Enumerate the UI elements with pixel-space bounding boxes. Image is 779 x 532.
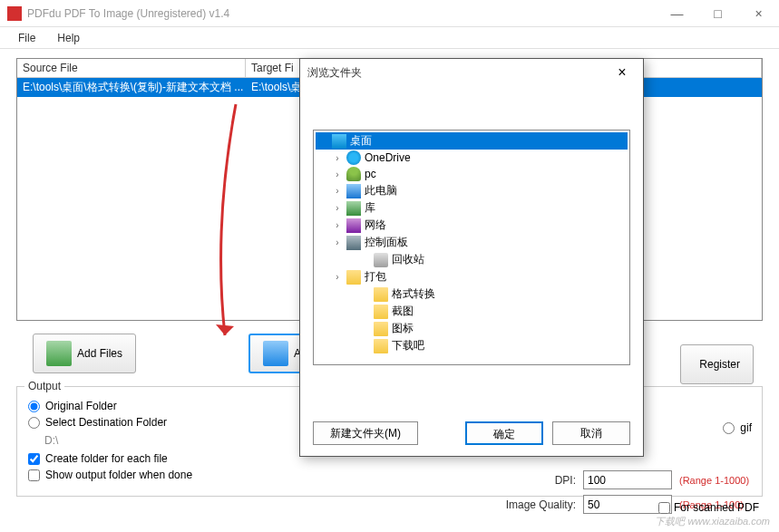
dialog-body: 桌面›OneDrive›pc›此电脑›库›网络›控制面板回收站›打包格式转换截图… (300, 86, 643, 411)
trash-icon (374, 253, 388, 267)
app-icon (7, 6, 22, 21)
tree-item-label: 库 (365, 200, 375, 216)
check-show-input[interactable] (28, 469, 40, 481)
dialog-title: 浏览文件夹 (307, 65, 609, 81)
dialog-titlebar: 浏览文件夹 × (300, 59, 643, 86)
add-files-icon (46, 341, 72, 366)
folder-icon (374, 339, 388, 353)
dialog-close-button[interactable]: × (609, 59, 636, 86)
folder-icon (346, 270, 361, 285)
onedrive-icon (346, 150, 361, 165)
ctrl-icon (346, 236, 361, 250)
tree-item[interactable]: ›网络 (316, 217, 628, 234)
check-scanned[interactable]: For scanned PDF (658, 501, 759, 514)
check-scanned-label: For scanned PDF (674, 501, 759, 514)
browse-dialog: 浏览文件夹 × 桌面›OneDrive›pc›此电脑›库›网络›控制面板回收站›… (299, 58, 644, 457)
window-controls: — □ × (657, 0, 779, 27)
radio-dest-input[interactable] (28, 417, 40, 429)
desktop-icon (332, 134, 346, 149)
check-scanned-input[interactable] (658, 502, 670, 514)
cancel-button[interactable]: 取消 (552, 421, 630, 445)
close-button[interactable]: × (738, 0, 779, 27)
add-files-button[interactable]: Add Files (33, 334, 136, 373)
titlebar: PDFdu PDF To Image (Unregistered) v1.4 —… (0, 0, 779, 27)
radio-gif[interactable]: gif (723, 421, 752, 434)
tree-item[interactable]: 回收站 (316, 251, 628, 268)
folder-icon (374, 322, 388, 336)
dpi-range: (Range 1-1000) (679, 475, 761, 486)
expander-icon[interactable]: › (332, 272, 343, 282)
dpi-label: DPI: (555, 474, 576, 487)
minimize-button[interactable]: — (657, 0, 697, 27)
expander-icon[interactable]: › (332, 186, 343, 196)
radio-original-input[interactable] (28, 401, 40, 412)
folder-tree[interactable]: 桌面›OneDrive›pc›此电脑›库›网络›控制面板回收站›打包格式转换截图… (313, 130, 630, 365)
lib-icon (346, 201, 361, 216)
tree-item-label: 桌面 (350, 133, 372, 149)
folder-icon (374, 305, 388, 319)
tree-item-label: 打包 (365, 269, 386, 285)
add-folder-icon (263, 341, 288, 366)
register-button[interactable]: Register (680, 344, 754, 384)
radio-dest-label: Select Destination Folder (45, 416, 167, 429)
net-icon (346, 218, 361, 233)
dialog-buttons: 新建文件夹(M) 确定 取消 (300, 411, 643, 456)
radio-original-label: Original Folder (45, 400, 117, 412)
tree-item[interactable]: 下载吧 (316, 337, 628, 354)
dpi-input[interactable] (583, 470, 672, 489)
quality-label: Image Quality: (506, 498, 576, 511)
tree-item[interactable]: ›控制面板 (316, 234, 628, 251)
col-source[interactable]: Source File (17, 59, 246, 77)
tree-item[interactable]: 截图 (316, 303, 628, 320)
expander-icon[interactable]: › (332, 220, 343, 230)
tree-item-label: 此电脑 (365, 183, 397, 198)
tree-item[interactable]: ›打包 (316, 268, 628, 285)
tree-item-label: 控制面板 (365, 235, 408, 250)
tree-item-label: 网络 (365, 218, 386, 233)
menubar: File Help (0, 27, 779, 49)
watermark: 下载吧 www.xiazaiba.com (655, 515, 770, 528)
expander-icon[interactable]: › (332, 169, 343, 179)
expander-icon[interactable]: › (332, 203, 343, 213)
tree-item-label: pc (365, 168, 376, 180)
tree-item[interactable]: ›pc (316, 166, 628, 182)
tree-item-label: 回收站 (392, 252, 424, 267)
tree-item[interactable]: ›此电脑 (316, 182, 628, 199)
expander-icon[interactable]: › (332, 237, 343, 247)
tree-item-label: OneDrive (365, 151, 411, 164)
expander-icon[interactable]: › (332, 153, 343, 163)
tree-item-label: 下载吧 (392, 338, 424, 353)
menu-help[interactable]: Help (48, 30, 89, 46)
radio-gif-input[interactable] (723, 422, 735, 434)
pc-icon (346, 184, 361, 198)
window-title: PDFdu PDF To Image (Unregistered) v1.4 (27, 7, 657, 20)
tree-item[interactable]: ›OneDrive (316, 150, 628, 166)
tree-item-label: 格式转换 (392, 286, 435, 302)
new-folder-button[interactable]: 新建文件夹(M) (313, 421, 418, 445)
output-legend: Output (24, 380, 64, 392)
user-icon (346, 167, 361, 181)
tree-item[interactable]: 格式转换 (316, 285, 628, 303)
tree-item[interactable]: ›库 (316, 199, 628, 217)
register-label: Register (699, 358, 740, 371)
cell-source: E:\tools\桌面\格式转换\(复制)-新建文本文档 ... (17, 78, 246, 97)
maximize-button[interactable]: □ (697, 0, 738, 27)
tree-item[interactable]: 桌面 (316, 132, 628, 150)
tree-item-label: 图标 (392, 321, 414, 336)
ok-button[interactable]: 确定 (465, 421, 543, 445)
tree-item[interactable]: 图标 (316, 320, 628, 337)
folder-icon (374, 287, 388, 302)
menu-file[interactable]: File (9, 30, 44, 46)
check-create-label: Create folder for each file (45, 452, 168, 465)
radio-gif-label: gif (740, 421, 752, 434)
add-files-label: Add Files (77, 347, 122, 360)
check-create-input[interactable] (28, 453, 40, 465)
dpi-row: DPI: (Range 1-1000) (506, 470, 761, 489)
check-show-label: Show output folder when done (45, 469, 192, 481)
tree-item-label: 截图 (392, 304, 414, 319)
